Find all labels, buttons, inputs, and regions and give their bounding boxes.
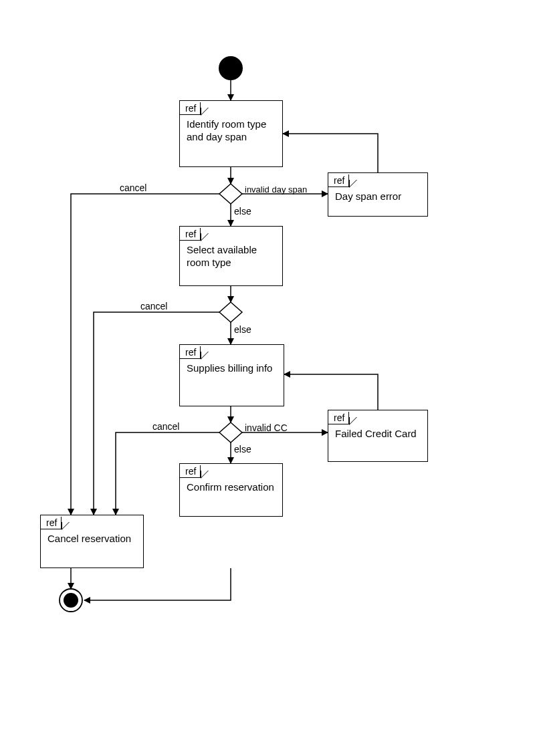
ref-tag: ref [328, 174, 349, 187]
ref-tag: ref [180, 228, 201, 241]
decision-1 [219, 184, 242, 204]
decision-2 [219, 302, 242, 322]
ref-identify: ref Identify room type and day span [179, 100, 283, 167]
ref-tag: ref [328, 412, 349, 424]
label-cancel-3: cancel [152, 421, 179, 432]
final-node-inner [64, 593, 78, 608]
ref-confirm: ref Confirm reservation [179, 463, 283, 517]
ref-tag: ref [41, 517, 62, 529]
initial-node [219, 56, 243, 80]
decision-3 [219, 422, 242, 443]
label-invalid-day-span: invalid day span [245, 184, 307, 195]
ref-select: ref Select available room type [179, 226, 283, 286]
ref-tag: ref [180, 102, 201, 115]
ref-billing: ref Supplies billing info [179, 344, 284, 406]
label-cancel-1: cancel [120, 182, 146, 193]
label-invalid-cc: invalid CC [245, 422, 288, 433]
label-else-1: else [234, 206, 251, 217]
final-node-outer [60, 589, 82, 612]
ref-failed-cc: ref Failed Credit Card [328, 410, 428, 462]
label-else-2: else [234, 324, 251, 335]
label-else-3: else [234, 444, 251, 455]
diagram-canvas: ref Identify room type and day span ref … [0, 0, 535, 756]
ref-cancel: ref Cancel reservation [40, 515, 144, 568]
ref-tag: ref [180, 346, 201, 359]
ref-dayspan-error: ref Day span error [328, 172, 428, 217]
label-cancel-2: cancel [140, 301, 167, 311]
ref-tag: ref [180, 465, 201, 478]
